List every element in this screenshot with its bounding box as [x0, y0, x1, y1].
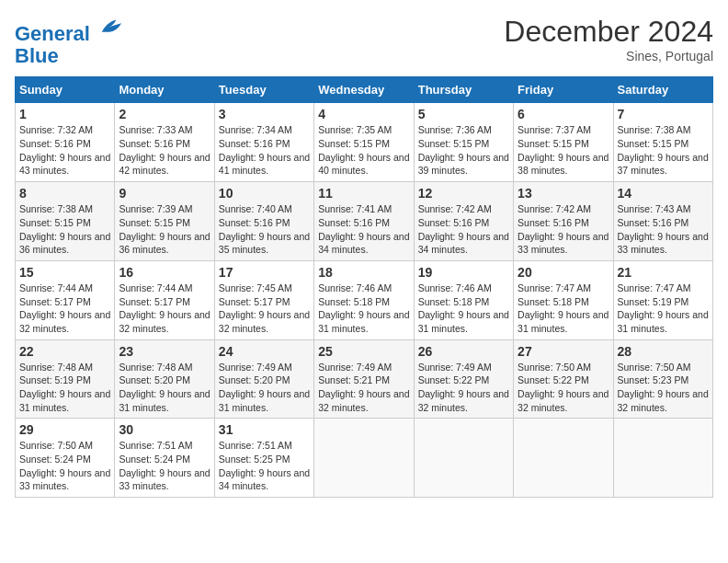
- day-number: 14: [618, 186, 709, 201]
- day-number: 15: [19, 265, 110, 280]
- day-number: 27: [518, 344, 609, 359]
- day-info: Sunrise: 7:42 AMSunset: 5:16 PMDaylight:…: [518, 202, 609, 257]
- day-number: 5: [418, 107, 509, 121]
- day-info: Sunrise: 7:34 AMSunset: 5:16 PMDaylight:…: [219, 123, 310, 178]
- day-number: 11: [318, 186, 409, 201]
- day-info: Sunrise: 7:48 AMSunset: 5:20 PMDaylight:…: [119, 361, 210, 415]
- calendar-cell: 23Sunrise: 7:48 AMSunset: 5:20 PMDayligh…: [115, 339, 214, 419]
- weekday-header-row: SundayMondayTuesdayWednesdayThursdayFrid…: [16, 77, 713, 103]
- day-info: Sunrise: 7:42 AMSunset: 5:16 PMDaylight:…: [418, 202, 509, 257]
- day-info: Sunrise: 7:43 AMSunset: 5:16 PMDaylight:…: [618, 202, 709, 257]
- day-number: 10: [219, 186, 310, 201]
- page-header: General Blue December 2024 Sines, Portug…: [15, 15, 713, 67]
- day-number: 19: [418, 265, 509, 280]
- day-number: 25: [318, 344, 409, 359]
- calendar-cell: 19Sunrise: 7:46 AMSunset: 5:18 PMDayligh…: [414, 260, 513, 339]
- day-info: Sunrise: 7:51 AMSunset: 5:25 PMDaylight:…: [219, 439, 310, 493]
- day-number: 7: [618, 107, 709, 121]
- day-info: Sunrise: 7:51 AMSunset: 5:24 PMDaylight:…: [119, 439, 210, 493]
- day-number: 31: [219, 422, 310, 437]
- calendar-cell: 22Sunrise: 7:48 AMSunset: 5:19 PMDayligh…: [16, 339, 115, 419]
- day-number: 23: [119, 344, 210, 359]
- calendar-cell: 5Sunrise: 7:36 AMSunset: 5:15 PMDaylight…: [414, 103, 513, 182]
- day-info: Sunrise: 7:48 AMSunset: 5:19 PMDaylight:…: [19, 361, 110, 415]
- title-block: December 2024 Sines, Portugal: [504, 15, 713, 63]
- logo: General Blue: [15, 15, 123, 67]
- day-number: 17: [219, 265, 310, 280]
- day-number: 30: [119, 422, 210, 437]
- logo-blue: Blue: [15, 44, 59, 67]
- day-info: Sunrise: 7:47 AMSunset: 5:18 PMDaylight:…: [518, 282, 609, 336]
- logo-general: General: [15, 22, 90, 45]
- calendar-cell: 24Sunrise: 7:49 AMSunset: 5:20 PMDayligh…: [214, 339, 313, 419]
- day-number: 22: [19, 344, 110, 359]
- calendar-cell: 13Sunrise: 7:42 AMSunset: 5:16 PMDayligh…: [514, 182, 613, 261]
- day-number: 16: [119, 265, 210, 280]
- day-info: Sunrise: 7:38 AMSunset: 5:15 PMDaylight:…: [19, 202, 110, 257]
- day-info: Sunrise: 7:50 AMSunset: 5:24 PMDaylight:…: [19, 439, 110, 493]
- calendar-cell: 26Sunrise: 7:49 AMSunset: 5:22 PMDayligh…: [414, 339, 513, 419]
- calendar-cell: 7Sunrise: 7:38 AMSunset: 5:15 PMDaylight…: [613, 103, 712, 182]
- calendar-cell: 14Sunrise: 7:43 AMSunset: 5:16 PMDayligh…: [613, 182, 712, 261]
- month-title: December 2024: [504, 15, 713, 49]
- calendar-cell: 15Sunrise: 7:44 AMSunset: 5:17 PMDayligh…: [16, 260, 115, 339]
- calendar-cell: 29Sunrise: 7:50 AMSunset: 5:24 PMDayligh…: [16, 419, 115, 498]
- calendar-cell: [514, 419, 613, 498]
- calendar-cell: 8Sunrise: 7:38 AMSunset: 5:15 PMDaylight…: [16, 182, 115, 261]
- calendar-cell: [314, 419, 414, 498]
- day-number: 12: [418, 186, 509, 201]
- day-number: 9: [119, 186, 210, 201]
- calendar-week-row: 1Sunrise: 7:32 AMSunset: 5:16 PMDaylight…: [16, 103, 713, 182]
- day-number: 21: [618, 265, 709, 280]
- calendar-cell: 2Sunrise: 7:33 AMSunset: 5:16 PMDaylight…: [115, 103, 214, 182]
- calendar-week-row: 8Sunrise: 7:38 AMSunset: 5:15 PMDaylight…: [16, 182, 713, 261]
- day-info: Sunrise: 7:36 AMSunset: 5:15 PMDaylight:…: [418, 123, 509, 178]
- calendar-week-row: 15Sunrise: 7:44 AMSunset: 5:17 PMDayligh…: [16, 260, 713, 339]
- calendar-cell: 10Sunrise: 7:40 AMSunset: 5:16 PMDayligh…: [214, 182, 313, 261]
- day-number: 26: [418, 344, 509, 359]
- weekday-header-tuesday: Tuesday: [214, 77, 313, 103]
- calendar-cell: 18Sunrise: 7:46 AMSunset: 5:18 PMDayligh…: [314, 260, 414, 339]
- calendar-week-row: 22Sunrise: 7:48 AMSunset: 5:19 PMDayligh…: [16, 339, 713, 419]
- day-info: Sunrise: 7:46 AMSunset: 5:18 PMDaylight:…: [318, 282, 409, 336]
- weekday-header-thursday: Thursday: [414, 77, 513, 103]
- day-info: Sunrise: 7:49 AMSunset: 5:22 PMDaylight:…: [418, 361, 509, 415]
- calendar-cell: [613, 419, 712, 498]
- calendar-cell: 17Sunrise: 7:45 AMSunset: 5:17 PMDayligh…: [214, 260, 313, 339]
- calendar-cell: 31Sunrise: 7:51 AMSunset: 5:25 PMDayligh…: [214, 419, 313, 498]
- day-info: Sunrise: 7:47 AMSunset: 5:19 PMDaylight:…: [618, 282, 709, 336]
- calendar-cell: 12Sunrise: 7:42 AMSunset: 5:16 PMDayligh…: [414, 182, 513, 261]
- day-info: Sunrise: 7:46 AMSunset: 5:18 PMDaylight:…: [418, 282, 509, 336]
- day-info: Sunrise: 7:44 AMSunset: 5:17 PMDaylight:…: [19, 282, 110, 336]
- day-number: 2: [119, 107, 210, 121]
- calendar-cell: 6Sunrise: 7:37 AMSunset: 5:15 PMDaylight…: [514, 103, 613, 182]
- calendar-cell: 30Sunrise: 7:51 AMSunset: 5:24 PMDayligh…: [115, 419, 214, 498]
- day-number: 20: [518, 265, 609, 280]
- day-info: Sunrise: 7:49 AMSunset: 5:20 PMDaylight:…: [219, 361, 310, 415]
- day-number: 4: [318, 107, 409, 121]
- calendar-table: SundayMondayTuesdayWednesdayThursdayFrid…: [15, 76, 713, 498]
- day-number: 3: [219, 107, 310, 121]
- weekday-header-saturday: Saturday: [613, 77, 712, 103]
- calendar-cell: 21Sunrise: 7:47 AMSunset: 5:19 PMDayligh…: [613, 260, 712, 339]
- day-info: Sunrise: 7:49 AMSunset: 5:21 PMDaylight:…: [318, 361, 409, 415]
- calendar-cell: 16Sunrise: 7:44 AMSunset: 5:17 PMDayligh…: [115, 260, 214, 339]
- day-info: Sunrise: 7:50 AMSunset: 5:23 PMDaylight:…: [618, 361, 709, 415]
- day-info: Sunrise: 7:50 AMSunset: 5:22 PMDaylight:…: [518, 361, 609, 415]
- calendar-cell: 9Sunrise: 7:39 AMSunset: 5:15 PMDaylight…: [115, 182, 214, 261]
- calendar-cell: 4Sunrise: 7:35 AMSunset: 5:15 PMDaylight…: [314, 103, 414, 182]
- calendar-cell: 11Sunrise: 7:41 AMSunset: 5:16 PMDayligh…: [314, 182, 414, 261]
- day-info: Sunrise: 7:45 AMSunset: 5:17 PMDaylight:…: [219, 282, 310, 336]
- logo-bird-icon: [97, 15, 123, 40]
- day-number: 1: [19, 107, 110, 121]
- calendar-cell: 3Sunrise: 7:34 AMSunset: 5:16 PMDaylight…: [214, 103, 313, 182]
- weekday-header-monday: Monday: [115, 77, 214, 103]
- day-number: 13: [518, 186, 609, 201]
- day-number: 28: [618, 344, 709, 359]
- day-info: Sunrise: 7:32 AMSunset: 5:16 PMDaylight:…: [19, 123, 110, 178]
- day-info: Sunrise: 7:38 AMSunset: 5:15 PMDaylight:…: [618, 123, 709, 178]
- weekday-header-wednesday: Wednesday: [314, 77, 414, 103]
- day-info: Sunrise: 7:40 AMSunset: 5:16 PMDaylight:…: [219, 202, 310, 257]
- day-info: Sunrise: 7:39 AMSunset: 5:15 PMDaylight:…: [119, 202, 210, 257]
- location-subtitle: Sines, Portugal: [504, 49, 713, 63]
